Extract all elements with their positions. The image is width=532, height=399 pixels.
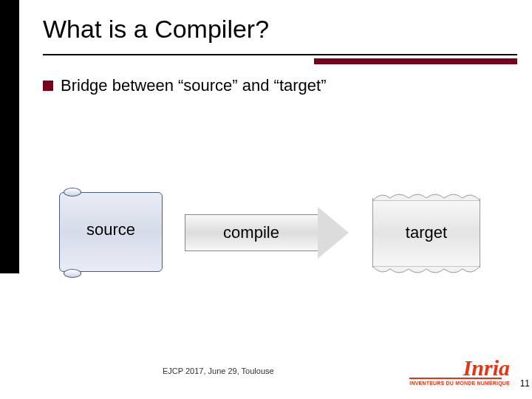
bullet-square-icon (43, 81, 53, 91)
slide-title: What is a Compiler? (43, 15, 517, 44)
compile-label: compile (185, 223, 318, 242)
compiler-diagram: source compile target (59, 185, 488, 288)
scallop-bottom-icon (372, 266, 480, 276)
inria-tagline: INVENTEURS DU MONDE NUMÉRIQUE (409, 381, 510, 386)
target-box: target (372, 191, 480, 276)
inria-logo-text: Inria (463, 357, 510, 379)
arrow-head-icon (318, 207, 349, 259)
bullet-text: Bridge between “source” and “target” (61, 76, 327, 95)
inria-logo: Inria INVENTEURS DU MONDE NUMÉRIQUE (409, 357, 510, 386)
title-rules (43, 54, 517, 66)
page-number: 11 (520, 378, 530, 389)
scroll-curl-icon (64, 269, 81, 278)
source-scroll: source (59, 185, 163, 281)
compile-arrow: compile (185, 207, 355, 259)
footer-text: EJCP 2017, June 29, Toulouse (163, 366, 274, 375)
target-label: target (372, 223, 480, 242)
source-label: source (59, 220, 163, 239)
rule-thin (43, 54, 517, 55)
slide-content: What is a Compiler? Bridge between “sour… (43, 15, 517, 95)
scroll-curl-icon (64, 188, 81, 197)
left-accent-bar (0, 0, 19, 273)
rule-thick (314, 58, 517, 64)
bullet-row: Bridge between “source” and “target” (43, 76, 517, 95)
scallop-top-icon (372, 191, 480, 201)
